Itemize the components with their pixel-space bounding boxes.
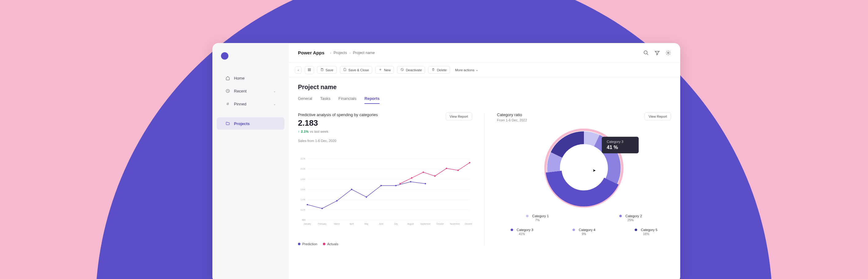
legend-dot-icon <box>619 215 622 217</box>
chart-subtitle: Sales from 1-6 Dec, 2020 <box>298 139 472 143</box>
legend-dot-icon <box>526 215 528 217</box>
donut-legend-top: Category 17%Category 225% <box>497 214 671 222</box>
svg-point-46 <box>434 175 436 177</box>
tab-general[interactable]: General <box>298 96 312 104</box>
pin-icon <box>225 101 230 106</box>
button-label: Deactivate <box>406 68 422 72</box>
button-label: Delete <box>437 68 446 72</box>
panel-title: Category ratio <box>497 112 527 117</box>
svg-text:January: January <box>304 223 311 225</box>
legend-item: Prediction <box>298 242 317 246</box>
breadcrumb-sep: › <box>330 51 331 55</box>
svg-text:March: March <box>334 223 340 225</box>
svg-rect-6 <box>310 70 311 71</box>
predictive-analysis-panel: Predictive analysis of spending by categ… <box>298 112 472 246</box>
breadcrumb: Power Apps › Projects › Project name <box>298 50 375 55</box>
svg-point-47 <box>446 168 447 169</box>
tab-financials[interactable]: Financials <box>338 96 356 104</box>
tooltip-value: 41 % <box>607 145 634 150</box>
svg-point-41 <box>410 181 411 182</box>
big-number: 2.183 <box>298 118 378 128</box>
svg-point-49 <box>469 162 471 164</box>
button-label: Save & Close <box>348 68 369 72</box>
delta-text: vs last week <box>310 130 329 133</box>
legend-item: Category 49% <box>559 228 609 236</box>
donut-tooltip: Category 3 41 % <box>602 137 639 153</box>
svg-point-37 <box>351 189 352 190</box>
search-icon[interactable] <box>643 50 649 56</box>
content-area: Project name General Tasks Financials Re… <box>289 77 680 279</box>
cursor-icon: ➤ <box>592 168 596 173</box>
legend-item: Category 518% <box>621 228 671 236</box>
deactivate-button[interactable]: Deactivate <box>397 66 425 74</box>
legend-label: Category 1 <box>532 214 549 218</box>
svg-text:May: May <box>365 223 369 225</box>
save-close-button[interactable]: Save & Close <box>340 66 372 74</box>
button-label: Save <box>326 68 333 72</box>
tab-reports[interactable]: Reports <box>365 96 379 104</box>
legend-item: Category 17% <box>497 214 578 222</box>
svg-text:800: 800 <box>302 219 306 221</box>
plus-icon <box>379 68 382 72</box>
grid-icon <box>308 68 311 72</box>
svg-text:1.8 K: 1.8 K <box>301 178 305 180</box>
more-actions-button[interactable]: More actions ⌄ <box>455 68 478 72</box>
chevron-down-icon: ⌄ <box>273 102 276 106</box>
sidebar-item-label: Pinned <box>234 102 246 106</box>
svg-point-40 <box>395 185 397 186</box>
main-area: Power Apps › Projects › Project name <box>289 43 680 279</box>
sidebar-item-pinned[interactable]: Pinned ⌄ <box>217 98 284 110</box>
sidebar-item-recent[interactable]: Recent ⌄ <box>217 85 284 97</box>
legend-dot-icon <box>572 229 575 231</box>
back-button[interactable]: ‹ <box>295 66 302 74</box>
svg-text:June: June <box>379 223 383 225</box>
svg-point-42 <box>425 183 426 184</box>
donut-legend-bottom: Category 341%Category 49%Category 518% <box>497 228 671 236</box>
legend-pct: 41% <box>519 232 525 236</box>
clock-icon <box>225 89 230 94</box>
filter-icon[interactable] <box>654 50 660 56</box>
gear-icon[interactable] <box>665 50 671 56</box>
donut-chart: Category 3 41 % ➤ <box>544 128 624 208</box>
grid-button[interactable] <box>305 66 314 74</box>
svg-point-1 <box>644 51 647 54</box>
save-icon <box>320 68 324 72</box>
breadcrumb-item[interactable]: Project name <box>353 51 375 55</box>
svg-point-34 <box>307 204 308 206</box>
view-report-button[interactable]: View Report <box>645 112 671 120</box>
svg-text:April: April <box>350 223 354 225</box>
svg-text:July: July <box>394 223 398 225</box>
svg-point-38 <box>366 196 367 198</box>
legend-dot-icon <box>635 229 637 231</box>
action-bar: ‹ Save Save & Close New Deactivat <box>289 63 680 77</box>
svg-text:1.6 K: 1.6 K <box>301 188 305 190</box>
trash-icon <box>432 68 435 72</box>
svg-point-2 <box>668 52 669 54</box>
svg-text:December: December <box>465 223 472 225</box>
svg-point-36 <box>336 200 338 202</box>
sidebar-item-label: Projects <box>234 121 250 126</box>
legend-pct: 9% <box>582 232 586 236</box>
breadcrumb-sep: › <box>349 51 350 55</box>
delete-button[interactable]: Delete <box>428 66 450 74</box>
svg-point-39 <box>380 185 382 186</box>
delta-indicator: ↑ 2.1% vs last week <box>298 130 378 133</box>
svg-rect-4 <box>310 69 311 69</box>
legend-item: Category 341% <box>497 228 547 236</box>
svg-point-45 <box>423 171 424 173</box>
view-report-button[interactable]: View Report <box>446 112 472 120</box>
svg-text:October: October <box>436 223 444 225</box>
save-button[interactable]: Save <box>317 66 337 74</box>
svg-text:1.2 K: 1.2 K <box>301 209 305 211</box>
button-label: New <box>384 68 391 72</box>
tab-tasks[interactable]: Tasks <box>320 96 330 104</box>
legend-pct: 7% <box>535 218 539 222</box>
sidebar-item-label: Home <box>234 76 245 80</box>
legend-label: Category 4 <box>579 228 595 232</box>
home-icon <box>225 76 230 80</box>
sidebar-item-home[interactable]: Home <box>217 72 284 84</box>
breadcrumb-item[interactable]: Projects <box>334 51 347 55</box>
sidebar-item-projects[interactable]: Projects <box>217 117 284 130</box>
legend-pct: 18% <box>643 232 649 236</box>
new-button[interactable]: New <box>375 66 394 74</box>
